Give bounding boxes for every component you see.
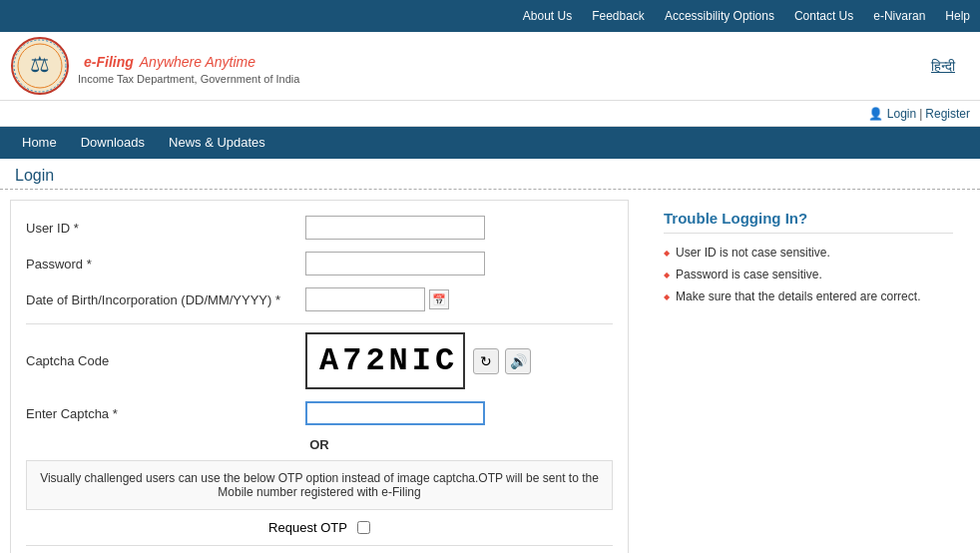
form-divider-1 (26, 323, 613, 324)
top-contact-us[interactable]: Contact Us (784, 0, 863, 32)
top-feedback[interactable]: Feedback (582, 0, 655, 32)
top-help[interactable]: Help (935, 0, 980, 32)
captcha-row: Captcha Code A72NIC ↻ 🔊 (26, 332, 613, 389)
user-id-label: User ID * (26, 221, 305, 236)
calendar-button[interactable]: 📅 (429, 289, 449, 309)
dob-row: Date of Birth/Incorporation (DD/MM/YYYY)… (26, 287, 613, 311)
svg-text:⚖: ⚖ (30, 52, 50, 77)
password-label: Password * (26, 257, 305, 272)
header-register-link[interactable]: Register (925, 107, 970, 121)
nav-home[interactable]: Home (10, 127, 69, 159)
separator: | (919, 107, 922, 121)
logo-subtitle: Income Tax Department, Government of Ind… (78, 73, 299, 85)
request-otp-row: Request OTP (26, 520, 613, 535)
nav-news-updates[interactable]: News & Updates (157, 127, 277, 159)
trouble-tip-0: User ID is not case sensitive. (664, 246, 953, 260)
request-otp-label: Request OTP (268, 520, 347, 535)
password-row: Password * (26, 252, 613, 276)
top-accessibility[interactable]: Accessibility Options (655, 0, 784, 32)
trouble-tip-2: Make sure that the details entered are c… (664, 289, 953, 303)
audio-captcha-button[interactable]: 🔊 (505, 348, 531, 374)
password-input[interactable] (305, 252, 485, 276)
captcha-label: Captcha Code (26, 353, 305, 368)
enter-captcha-row: Enter Captcha * (26, 401, 613, 425)
trouble-tips-list: User ID is not case sensitive.Password i… (664, 246, 953, 303)
hindi-link[interactable]: हिन्दी (931, 58, 955, 75)
request-otp-checkbox[interactable] (357, 521, 370, 534)
page-header: ⚖ e-FilingAnywhere Anytime Income Tax De… (0, 32, 980, 101)
page-title: Login (0, 159, 980, 190)
trouble-tip-1: Password is case sensitive. (664, 268, 953, 281)
top-about-us[interactable]: About Us (513, 0, 582, 32)
user-id-input[interactable] (305, 216, 485, 240)
logo-text: e-FilingAnywhere Anytime Income Tax Depa… (78, 47, 299, 85)
main-content: User ID * Password * Date of Birth/Incor… (0, 190, 980, 553)
refresh-captcha-button[interactable]: ↻ (473, 348, 499, 374)
logo-title: e-FilingAnywhere Anytime (78, 47, 299, 73)
trouble-panel: Trouble Logging In? User ID is not case … (649, 200, 968, 553)
captcha-input[interactable] (305, 401, 485, 425)
government-emblem: ⚖ (10, 36, 70, 96)
header-login-link[interactable]: Login (887, 107, 916, 121)
dob-input[interactable] (305, 287, 425, 311)
or-divider: OR (26, 437, 613, 452)
captcha-controls: ↻ 🔊 (473, 348, 531, 374)
main-nav: Home Downloads News & Updates (0, 127, 980, 159)
enter-captcha-label: Enter Captcha * (26, 406, 305, 421)
trouble-title: Trouble Logging In? (664, 210, 953, 234)
dob-label: Date of Birth/Incorporation (DD/MM/YYYY)… (26, 292, 305, 307)
form-divider-2 (26, 545, 613, 546)
otp-info-text: Visually challenged users can use the be… (26, 460, 613, 510)
login-form-container: User ID * Password * Date of Birth/Incor… (10, 200, 629, 553)
user-icon: 👤 (868, 107, 883, 121)
login-register-bar: 👤 Login | Register (0, 101, 980, 127)
logo-area: ⚖ e-FilingAnywhere Anytime Income Tax De… (10, 36, 931, 96)
captcha-image: A72NIC (305, 332, 465, 389)
nav-downloads[interactable]: Downloads (69, 127, 157, 159)
user-id-row: User ID * (26, 216, 613, 240)
top-e-nivaran[interactable]: e-Nivaran (863, 0, 935, 32)
top-utility-bar: About Us Feedback Accessibility Options … (0, 0, 980, 32)
